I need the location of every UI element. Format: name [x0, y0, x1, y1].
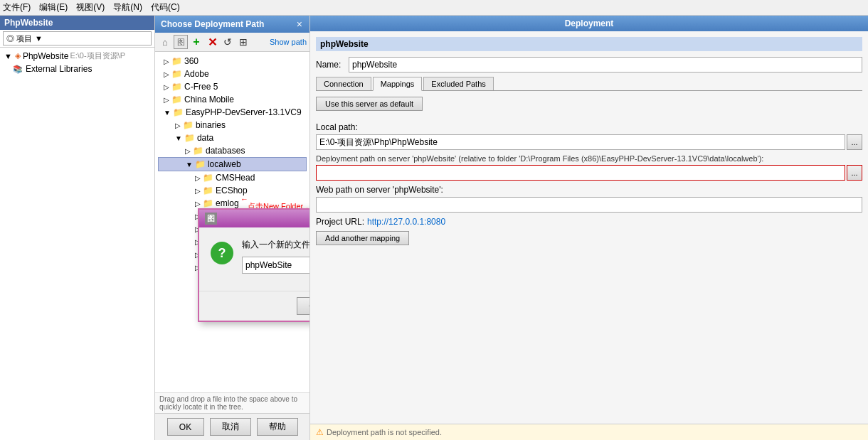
menu-item-file[interactable]: 文件(F): [3, 1, 31, 14]
menu-bar: 文件(F) 编辑(E) 视图(V) 导航(N) 代码(C): [0, 0, 868, 16]
home-icon: ⌂: [158, 35, 172, 49]
item-label: 360: [184, 56, 199, 66]
tree-item-easyphp[interactable]: ▼ 📁 EasyPHP-DevServer-13.1VC9: [158, 106, 307, 119]
local-path-input[interactable]: [316, 134, 845, 150]
expand-icon: ▷: [164, 83, 169, 91]
delete-button[interactable]: ✕: [205, 35, 219, 49]
menu-item-view[interactable]: 视图(V): [76, 1, 105, 14]
menu-item-nav[interactable]: 导航(N): [113, 1, 142, 14]
expand-icon: ▷: [164, 58, 169, 65]
use-as-default-button[interactable]: Use this server as default: [316, 97, 423, 111]
cdp-header: Choose Deployment Path ×: [155, 16, 309, 33]
project-panel-header: PhpWebsite: [0, 16, 154, 30]
local-path-label: Local path:: [316, 122, 862, 132]
expand-icon: ▼: [175, 134, 182, 142]
deployment-path-browse-button[interactable]: ...: [847, 165, 862, 181]
web-path-input[interactable]: [316, 197, 862, 213]
item-label: data: [197, 133, 213, 143]
app-icon: 图: [174, 35, 188, 49]
folder-icon: 📁: [203, 173, 213, 183]
expand-icon: ▼: [164, 109, 171, 117]
tab-connection[interactable]: Connection: [316, 77, 371, 90]
expand-icon: ▷: [164, 70, 169, 78]
tab-mappings[interactable]: Mappings: [373, 77, 423, 91]
tree-item-databases[interactable]: ▷ 📁 databases: [158, 144, 307, 157]
name-label: Name:: [316, 60, 344, 70]
tree-item-localweb[interactable]: ▼ 📁 localweb: [158, 157, 307, 171]
project-name: PhpWebsite: [23, 51, 68, 61]
cdp-tree[interactable]: ▷ 📁 360 ▷ 📁 Adobe ▷ 📁 C-Free 5 ▷ 📁: [155, 52, 309, 392]
menu-item-edit[interactable]: 编辑(E): [39, 1, 68, 14]
nf-content: 输入一个新的文件夹名称:: [242, 239, 309, 274]
add-folder-button[interactable]: +: [189, 35, 203, 49]
nf-ok-button[interactable]: OK: [297, 297, 309, 315]
project-panel: PhpWebsite ◎ 项目 ▼ ▼ ◈ PhpWebsite E:\0-项目…: [0, 16, 155, 440]
project-path: E:\0-项目资源\P: [70, 50, 125, 61]
tree-item-adobe[interactable]: ▷ 📁 Adobe: [158, 68, 307, 80]
folder-icon: 📁: [193, 146, 203, 156]
expand-button[interactable]: ⊞: [236, 35, 250, 49]
nf-body: ? 输入一个新的文件夹名称:: [199, 227, 309, 285]
cdp-bottom-buttons: OK 取消 帮助: [155, 413, 309, 440]
server-header: phpWebsite: [316, 37, 862, 51]
expand-icon: ▷: [195, 200, 201, 208]
tab-excluded-paths[interactable]: Excluded Paths: [423, 77, 493, 90]
nf-header: 图 New Folder ×: [199, 210, 309, 227]
cdp-cancel-button[interactable]: 取消: [210, 418, 251, 436]
tree-item-external-libs[interactable]: 📚 External Libraries: [1, 63, 153, 75]
tree-item-cfree5[interactable]: ▷ 📁 C-Free 5: [158, 80, 307, 93]
folder-icon: 📁: [203, 198, 213, 208]
deployment-path-label: Deployment path on server 'phpWebsite' (…: [316, 154, 862, 163]
item-label: localweb: [208, 159, 241, 169]
right-main-content: phpWebsite Name: Connection Mappings Exc…: [310, 31, 868, 424]
right-panel: Deployment phpWebsite Name: Connection M…: [310, 16, 868, 440]
folder-icon: 📁: [171, 82, 182, 92]
folder-icon: 📁: [171, 56, 182, 66]
nf-folder-name-input[interactable]: [242, 257, 309, 274]
name-input[interactable]: [349, 57, 862, 73]
refresh-button[interactable]: ↺: [221, 35, 235, 49]
status-text: Deployment path is not specified.: [327, 428, 442, 436]
menu-item-code[interactable]: 代码(C): [151, 1, 180, 14]
folder-icon: 📁: [171, 95, 182, 104]
item-label: ECShop: [216, 186, 248, 195]
add-mapping-row: Add another mapping: [316, 231, 862, 251]
drag-hint: Drag and drop a file into the space abov…: [155, 392, 309, 413]
expand-icon: ▷: [175, 122, 181, 129]
tree-item-binaries[interactable]: ▷ 📁 binaries: [158, 119, 307, 132]
warning-icon: ⚠: [316, 427, 324, 437]
item-label: binaries: [196, 120, 226, 130]
external-libs-label: External Libraries: [26, 64, 92, 74]
cdp-close-button[interactable]: ×: [295, 18, 304, 30]
project-url-link[interactable]: http://127.0.0.1:8080: [367, 217, 445, 227]
local-path-row: ...: [316, 134, 862, 150]
expand-icon: ▼: [4, 52, 12, 60]
cdp-toolbar: ⌂ 图 + ✕ ↺ ⊞ Show path: [155, 33, 309, 52]
local-path-browse-button[interactable]: ...: [847, 134, 862, 150]
cdp-ok-button[interactable]: OK: [167, 418, 204, 436]
project-dropdown[interactable]: ◎ 项目 ▼: [3, 31, 152, 45]
tree-item-cmshead[interactable]: ▷ 📁 CMSHead: [158, 171, 307, 184]
tree-item-360[interactable]: ▷ 📁 360: [158, 55, 307, 68]
tree-item-phpwebsite[interactable]: ▼ ◈ PhpWebsite E:\0-项目资源\P: [1, 49, 153, 63]
project-dropdown-label: ◎ 项目: [6, 33, 32, 44]
cdp-help-button[interactable]: 帮助: [257, 418, 298, 436]
url-label: Project URL:: [316, 217, 364, 227]
tree-item-ecshop[interactable]: ▷ 📁 ECShop: [158, 184, 307, 197]
folder-icon: 📁: [184, 133, 195, 143]
show-path-link[interactable]: Show path: [270, 38, 307, 46]
folder-icon: 📁: [203, 186, 213, 195]
deployment-path-input[interactable]: [316, 165, 845, 181]
deployment-title: Deployment: [310, 16, 868, 31]
add-mapping-button[interactable]: Add another mapping: [316, 231, 409, 245]
expand-icon: ▼: [186, 161, 193, 168]
cdp-title: Choose Deployment Path: [161, 19, 264, 29]
tree-item-data[interactable]: ▼ 📁 data: [158, 132, 307, 144]
tree-item-chinamobile[interactable]: ▷ 📁 China Mobile: [158, 93, 307, 106]
item-label: CMSHead: [216, 173, 255, 183]
folder-icon: 📁: [173, 107, 184, 117]
deployment-path-row: ...: [316, 165, 862, 181]
item-label: emlog: [216, 198, 239, 208]
tab-bar: Connection Mappings Excluded Paths: [316, 77, 862, 91]
external-libs-icon: 📚: [13, 65, 23, 74]
